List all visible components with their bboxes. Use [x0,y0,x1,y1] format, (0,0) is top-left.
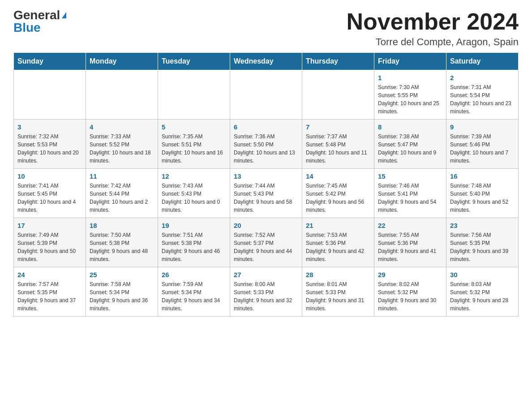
calendar-day-cell: 20Sunrise: 7:52 AM Sunset: 5:37 PM Dayli… [230,218,302,267]
calendar-day-cell: 16Sunrise: 7:48 AM Sunset: 5:40 PM Dayli… [446,169,519,218]
calendar-day-cell [14,70,86,120]
day-number: 19 [162,222,226,229]
day-number: 2 [450,74,515,81]
calendar-day-cell: 3Sunrise: 7:32 AM Sunset: 5:53 PM Daylig… [14,120,86,169]
calendar-day-cell: 26Sunrise: 7:59 AM Sunset: 5:34 PM Dayli… [158,267,230,317]
day-info: Sunrise: 7:35 AM Sunset: 5:51 PM Dayligh… [162,133,226,165]
day-number: 16 [450,172,515,180]
calendar-day-cell: 13Sunrise: 7:44 AM Sunset: 5:43 PM Dayli… [230,169,302,218]
calendar-day-cell: 8Sunrise: 7:38 AM Sunset: 5:47 PM Daylig… [374,120,446,169]
calendar-day-cell: 19Sunrise: 7:51 AM Sunset: 5:38 PM Dayli… [158,218,230,267]
calendar-day-cell: 9Sunrise: 7:39 AM Sunset: 5:46 PM Daylig… [446,120,519,169]
logo-general-text: General [13,9,60,21]
day-number: 26 [162,271,226,278]
day-info: Sunrise: 8:00 AM Sunset: 5:33 PM Dayligh… [234,280,298,313]
calendar-week-row: 3Sunrise: 7:32 AM Sunset: 5:53 PM Daylig… [14,120,519,169]
day-number: 13 [234,172,298,180]
day-number: 27 [234,271,298,278]
calendar-day-cell: 23Sunrise: 7:56 AM Sunset: 5:35 PM Dayli… [446,218,519,267]
weekday-header-friday: Friday [374,53,446,70]
day-info: Sunrise: 7:59 AM Sunset: 5:34 PM Dayligh… [162,280,226,313]
day-number: 20 [234,222,298,229]
calendar-day-cell: 7Sunrise: 7:37 AM Sunset: 5:48 PM Daylig… [302,120,374,169]
day-number: 22 [378,222,442,229]
calendar-week-row: 1Sunrise: 7:30 AM Sunset: 5:55 PM Daylig… [14,70,519,120]
weekday-header-row: SundayMondayTuesdayWednesdayThursdayFrid… [14,53,519,70]
calendar-week-row: 24Sunrise: 7:57 AM Sunset: 5:35 PM Dayli… [14,267,519,317]
calendar-table: SundayMondayTuesdayWednesdayThursdayFrid… [13,52,519,317]
calendar-week-row: 10Sunrise: 7:41 AM Sunset: 5:45 PM Dayli… [14,169,519,218]
day-info: Sunrise: 8:02 AM Sunset: 5:32 PM Dayligh… [378,280,442,313]
calendar-day-cell: 15Sunrise: 7:46 AM Sunset: 5:41 PM Dayli… [374,169,446,218]
calendar-day-cell: 14Sunrise: 7:45 AM Sunset: 5:42 PM Dayli… [302,169,374,218]
day-info: Sunrise: 7:37 AM Sunset: 5:48 PM Dayligh… [306,133,370,165]
day-info: Sunrise: 8:01 AM Sunset: 5:33 PM Dayligh… [306,280,370,313]
day-info: Sunrise: 7:50 AM Sunset: 5:38 PM Dayligh… [90,231,154,263]
logo: General Blue [13,9,66,34]
day-number: 28 [306,271,370,278]
day-number: 29 [378,271,442,278]
calendar-day-cell [230,70,302,120]
day-info: Sunrise: 7:48 AM Sunset: 5:40 PM Dayligh… [450,182,515,214]
weekday-header-thursday: Thursday [302,53,374,70]
day-info: Sunrise: 7:30 AM Sunset: 5:55 PM Dayligh… [378,83,442,116]
calendar-day-cell: 24Sunrise: 7:57 AM Sunset: 5:35 PM Dayli… [14,267,86,317]
calendar-day-cell: 10Sunrise: 7:41 AM Sunset: 5:45 PM Dayli… [14,169,86,218]
day-number: 11 [90,172,154,180]
calendar-day-cell: 29Sunrise: 8:02 AM Sunset: 5:32 PM Dayli… [374,267,446,317]
day-number: 17 [17,222,82,229]
calendar-day-cell: 17Sunrise: 7:49 AM Sunset: 5:39 PM Dayli… [14,218,86,267]
calendar-day-cell: 2Sunrise: 7:31 AM Sunset: 5:54 PM Daylig… [446,70,519,120]
title-block: November 2024 Torre del Compte, Aragon, … [347,9,519,48]
day-info: Sunrise: 7:31 AM Sunset: 5:54 PM Dayligh… [450,83,515,116]
calendar-day-cell: 12Sunrise: 7:43 AM Sunset: 5:43 PM Dayli… [158,169,230,218]
day-number: 6 [234,123,298,131]
day-info: Sunrise: 7:49 AM Sunset: 5:39 PM Dayligh… [17,231,82,263]
day-info: Sunrise: 7:42 AM Sunset: 5:44 PM Dayligh… [90,182,154,214]
calendar-day-cell [158,70,230,120]
day-info: Sunrise: 7:39 AM Sunset: 5:46 PM Dayligh… [450,133,515,165]
calendar-day-cell [86,70,158,120]
day-number: 30 [450,271,515,278]
calendar-day-cell: 30Sunrise: 8:03 AM Sunset: 5:32 PM Dayli… [446,267,519,317]
day-number: 21 [306,222,370,229]
logo-blue-text: Blue [13,21,41,34]
day-number: 3 [17,123,82,131]
day-number: 15 [378,172,442,180]
day-info: Sunrise: 7:51 AM Sunset: 5:38 PM Dayligh… [162,231,226,263]
weekday-header-saturday: Saturday [446,53,519,70]
calendar-day-cell: 4Sunrise: 7:33 AM Sunset: 5:52 PM Daylig… [86,120,158,169]
calendar-day-cell: 18Sunrise: 7:50 AM Sunset: 5:38 PM Dayli… [86,218,158,267]
calendar-day-cell: 28Sunrise: 8:01 AM Sunset: 5:33 PM Dayli… [302,267,374,317]
logo-triangle-icon [62,12,66,18]
day-number: 10 [17,172,82,180]
day-number: 18 [90,222,154,229]
calendar-subtitle: Torre del Compte, Aragon, Spain [347,36,519,48]
calendar-day-cell: 11Sunrise: 7:42 AM Sunset: 5:44 PM Dayli… [86,169,158,218]
day-info: Sunrise: 7:46 AM Sunset: 5:41 PM Dayligh… [378,182,442,214]
day-number: 7 [306,123,370,131]
calendar-day-cell: 25Sunrise: 7:58 AM Sunset: 5:34 PM Dayli… [86,267,158,317]
calendar-title: November 2024 [347,9,519,34]
page-header: General Blue November 2024 Torre del Com… [13,9,519,48]
calendar-day-cell: 22Sunrise: 7:55 AM Sunset: 5:36 PM Dayli… [374,218,446,267]
day-number: 25 [90,271,154,278]
day-number: 8 [378,123,442,131]
calendar-day-cell: 5Sunrise: 7:35 AM Sunset: 5:51 PM Daylig… [158,120,230,169]
day-info: Sunrise: 7:57 AM Sunset: 5:35 PM Dayligh… [17,280,82,313]
day-info: Sunrise: 7:52 AM Sunset: 5:37 PM Dayligh… [234,231,298,263]
day-info: Sunrise: 7:38 AM Sunset: 5:47 PM Dayligh… [378,133,442,165]
day-info: Sunrise: 7:58 AM Sunset: 5:34 PM Dayligh… [90,280,154,313]
day-info: Sunrise: 7:32 AM Sunset: 5:53 PM Dayligh… [17,133,82,165]
day-number: 14 [306,172,370,180]
day-number: 12 [162,172,226,180]
day-number: 9 [450,123,515,131]
weekday-header-tuesday: Tuesday [158,53,230,70]
day-info: Sunrise: 7:44 AM Sunset: 5:43 PM Dayligh… [234,182,298,214]
day-info: Sunrise: 7:36 AM Sunset: 5:50 PM Dayligh… [234,133,298,165]
calendar-week-row: 17Sunrise: 7:49 AM Sunset: 5:39 PM Dayli… [14,218,519,267]
day-info: Sunrise: 7:33 AM Sunset: 5:52 PM Dayligh… [90,133,154,165]
weekday-header-monday: Monday [86,53,158,70]
day-number: 1 [378,74,442,81]
weekday-header-wednesday: Wednesday [230,53,302,70]
